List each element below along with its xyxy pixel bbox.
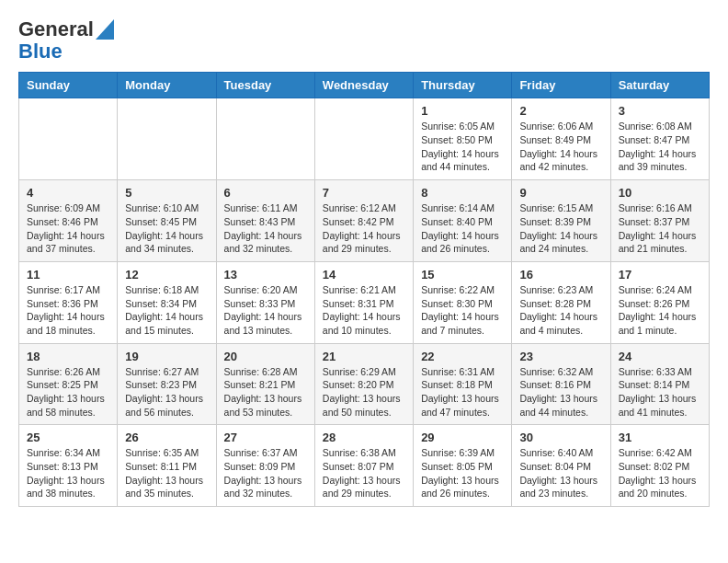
day-info: Sunrise: 6:22 AM Sunset: 8:30 PM Dayligh… <box>421 283 504 338</box>
day-number: 31 <box>619 431 701 444</box>
calendar-day-header: Friday <box>512 73 610 98</box>
logo: General Blue <box>18 18 114 63</box>
calendar-week-row: 4Sunrise: 6:09 AM Sunset: 8:46 PM Daylig… <box>19 180 710 262</box>
calendar-cell: 7Sunrise: 6:12 AM Sunset: 8:42 PM Daylig… <box>314 180 413 262</box>
day-info: Sunrise: 6:16 AM Sunset: 8:37 PM Dayligh… <box>619 201 701 256</box>
day-info: Sunrise: 6:08 AM Sunset: 8:47 PM Dayligh… <box>619 120 701 174</box>
day-info: Sunrise: 6:10 AM Sunset: 8:45 PM Dayligh… <box>125 201 208 256</box>
calendar-cell: 30Sunrise: 6:40 AM Sunset: 8:04 PM Dayli… <box>512 425 610 507</box>
day-info: Sunrise: 6:31 AM Sunset: 8:18 PM Dayligh… <box>421 365 504 419</box>
day-number: 16 <box>519 268 602 282</box>
calendar-cell: 5Sunrise: 6:10 AM Sunset: 8:45 PM Daylig… <box>118 180 216 262</box>
calendar-cell: 25Sunrise: 6:34 AM Sunset: 8:13 PM Dayli… <box>19 425 118 507</box>
day-info: Sunrise: 6:14 AM Sunset: 8:40 PM Dayligh… <box>421 201 504 256</box>
day-info: Sunrise: 6:11 AM Sunset: 8:43 PM Dayligh… <box>224 201 307 256</box>
calendar-header-row: SundayMondayTuesdayWednesdayThursdayFrid… <box>19 73 710 98</box>
day-info: Sunrise: 6:27 AM Sunset: 8:23 PM Dayligh… <box>125 365 208 419</box>
day-number: 6 <box>224 186 307 200</box>
day-number: 21 <box>323 350 405 363</box>
day-info: Sunrise: 6:06 AM Sunset: 8:49 PM Dayligh… <box>519 120 602 174</box>
calendar-cell: 15Sunrise: 6:22 AM Sunset: 8:30 PM Dayli… <box>414 261 512 343</box>
day-number: 12 <box>125 268 208 282</box>
day-number: 8 <box>421 186 504 200</box>
calendar-cell: 2Sunrise: 6:06 AM Sunset: 8:49 PM Daylig… <box>512 98 610 180</box>
calendar-cell: 10Sunrise: 6:16 AM Sunset: 8:37 PM Dayli… <box>610 180 709 262</box>
day-info: Sunrise: 6:18 AM Sunset: 8:34 PM Dayligh… <box>125 283 208 338</box>
calendar-cell: 14Sunrise: 6:21 AM Sunset: 8:31 PM Dayli… <box>314 261 413 343</box>
calendar-cell: 9Sunrise: 6:15 AM Sunset: 8:39 PM Daylig… <box>512 180 610 262</box>
day-number: 9 <box>519 186 602 200</box>
day-number: 22 <box>421 350 504 363</box>
calendar-cell <box>19 98 118 180</box>
calendar-cell: 24Sunrise: 6:33 AM Sunset: 8:14 PM Dayli… <box>610 343 709 425</box>
day-number: 7 <box>323 186 405 200</box>
calendar-week-row: 1Sunrise: 6:05 AM Sunset: 8:50 PM Daylig… <box>19 98 710 180</box>
day-number: 4 <box>27 186 109 200</box>
calendar-week-row: 25Sunrise: 6:34 AM Sunset: 8:13 PM Dayli… <box>19 425 710 507</box>
calendar-cell: 4Sunrise: 6:09 AM Sunset: 8:46 PM Daylig… <box>19 180 118 262</box>
calendar-cell: 12Sunrise: 6:18 AM Sunset: 8:34 PM Dayli… <box>118 261 216 343</box>
day-number: 24 <box>619 350 701 363</box>
day-number: 23 <box>519 350 602 363</box>
calendar-day-header: Thursday <box>414 73 512 98</box>
day-number: 1 <box>421 104 504 118</box>
calendar-cell: 26Sunrise: 6:35 AM Sunset: 8:11 PM Dayli… <box>118 425 216 507</box>
day-info: Sunrise: 6:05 AM Sunset: 8:50 PM Dayligh… <box>421 120 504 174</box>
day-info: Sunrise: 6:35 AM Sunset: 8:11 PM Dayligh… <box>125 446 208 500</box>
day-number: 2 <box>519 104 602 118</box>
calendar-cell: 23Sunrise: 6:32 AM Sunset: 8:16 PM Dayli… <box>512 343 610 425</box>
day-info: Sunrise: 6:34 AM Sunset: 8:13 PM Dayligh… <box>27 446 109 500</box>
day-info: Sunrise: 6:15 AM Sunset: 8:39 PM Dayligh… <box>519 201 602 256</box>
day-number: 3 <box>619 104 701 118</box>
day-number: 28 <box>323 431 405 444</box>
day-number: 5 <box>125 186 208 200</box>
day-number: 14 <box>323 268 405 282</box>
day-info: Sunrise: 6:12 AM Sunset: 8:42 PM Dayligh… <box>323 201 405 256</box>
day-info: Sunrise: 6:29 AM Sunset: 8:20 PM Dayligh… <box>323 365 405 419</box>
day-info: Sunrise: 6:37 AM Sunset: 8:09 PM Dayligh… <box>224 446 307 500</box>
day-number: 20 <box>224 350 307 363</box>
day-number: 15 <box>421 268 504 282</box>
day-info: Sunrise: 6:28 AM Sunset: 8:21 PM Dayligh… <box>224 365 307 419</box>
day-number: 11 <box>27 268 109 282</box>
day-number: 17 <box>619 268 701 282</box>
day-info: Sunrise: 6:39 AM Sunset: 8:05 PM Dayligh… <box>421 446 504 500</box>
day-info: Sunrise: 6:33 AM Sunset: 8:14 PM Dayligh… <box>619 365 701 419</box>
day-info: Sunrise: 6:40 AM Sunset: 8:04 PM Dayligh… <box>519 446 602 500</box>
calendar-day-header: Sunday <box>19 73 118 98</box>
calendar-cell: 1Sunrise: 6:05 AM Sunset: 8:50 PM Daylig… <box>414 98 512 180</box>
calendar-week-row: 11Sunrise: 6:17 AM Sunset: 8:36 PM Dayli… <box>19 261 710 343</box>
calendar-cell: 31Sunrise: 6:42 AM Sunset: 8:02 PM Dayli… <box>610 425 709 507</box>
day-number: 30 <box>519 431 602 444</box>
day-number: 19 <box>125 350 208 363</box>
calendar-cell: 27Sunrise: 6:37 AM Sunset: 8:09 PM Dayli… <box>216 425 314 507</box>
svg-marker-0 <box>96 19 114 40</box>
day-info: Sunrise: 6:26 AM Sunset: 8:25 PM Dayligh… <box>27 365 109 419</box>
calendar-cell: 18Sunrise: 6:26 AM Sunset: 8:25 PM Dayli… <box>19 343 118 425</box>
day-number: 29 <box>421 431 504 444</box>
day-info: Sunrise: 6:32 AM Sunset: 8:16 PM Dayligh… <box>519 365 602 419</box>
day-number: 13 <box>224 268 307 282</box>
day-info: Sunrise: 6:23 AM Sunset: 8:28 PM Dayligh… <box>519 283 602 338</box>
day-info: Sunrise: 6:20 AM Sunset: 8:33 PM Dayligh… <box>224 283 307 338</box>
calendar-cell: 22Sunrise: 6:31 AM Sunset: 8:18 PM Dayli… <box>414 343 512 425</box>
calendar-cell: 11Sunrise: 6:17 AM Sunset: 8:36 PM Dayli… <box>19 261 118 343</box>
day-info: Sunrise: 6:24 AM Sunset: 8:26 PM Dayligh… <box>619 283 701 338</box>
page-header: General Blue <box>18 18 710 63</box>
calendar-cell: 3Sunrise: 6:08 AM Sunset: 8:47 PM Daylig… <box>610 98 709 180</box>
calendar-cell: 8Sunrise: 6:14 AM Sunset: 8:40 PM Daylig… <box>414 180 512 262</box>
day-info: Sunrise: 6:21 AM Sunset: 8:31 PM Dayligh… <box>323 283 405 338</box>
calendar-day-header: Wednesday <box>314 73 413 98</box>
day-number: 26 <box>125 431 208 444</box>
day-number: 27 <box>224 431 307 444</box>
calendar-day-header: Saturday <box>610 73 709 98</box>
calendar-cell: 17Sunrise: 6:24 AM Sunset: 8:26 PM Dayli… <box>610 261 709 343</box>
day-info: Sunrise: 6:38 AM Sunset: 8:07 PM Dayligh… <box>323 446 405 500</box>
calendar-cell: 21Sunrise: 6:29 AM Sunset: 8:20 PM Dayli… <box>314 343 413 425</box>
calendar-table: SundayMondayTuesdayWednesdayThursdayFrid… <box>18 72 710 507</box>
calendar-cell <box>216 98 314 180</box>
day-number: 25 <box>27 431 109 444</box>
logo-general: General <box>18 18 94 40</box>
calendar-week-row: 18Sunrise: 6:26 AM Sunset: 8:25 PM Dayli… <box>19 343 710 425</box>
calendar-cell: 13Sunrise: 6:20 AM Sunset: 8:33 PM Dayli… <box>216 261 314 343</box>
